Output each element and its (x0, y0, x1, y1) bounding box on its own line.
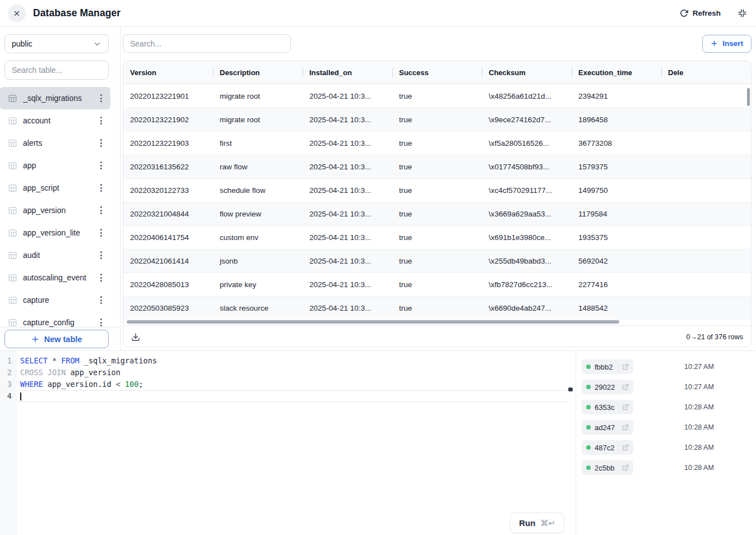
table-cell: true (392, 210, 482, 218)
table-name-label: audit (23, 251, 40, 260)
history-item-2c5bb[interactable]: 2c5bb (582, 460, 633, 475)
table-row[interactable]: 20220321004844flow preview2025-04-21 10:… (123, 202, 751, 225)
table-row[interactable]: 20220406141754custom env2025-04-21 10:3.… (123, 225, 751, 249)
kebab-menu-icon[interactable] (99, 114, 103, 127)
code-line-1[interactable]: 1SELECT * FROM _sqlx_migrations (0, 355, 576, 367)
table-cell: true (392, 163, 482, 171)
table-row[interactable]: 20220503085923slack resource2025-04-21 1… (123, 296, 751, 320)
column-header-version[interactable]: Version (123, 61, 213, 84)
external-link-icon[interactable] (622, 464, 629, 471)
sidebar-item-capture[interactable]: capture (0, 289, 110, 311)
table-search-input[interactable] (12, 66, 101, 75)
table-row[interactable]: 20220428085013private key2025-04-21 10:3… (123, 273, 751, 296)
history-item-id: 2c5bb (595, 464, 614, 472)
insert-button[interactable]: Insert (702, 35, 752, 53)
column-header-dele[interactable]: Dele (661, 61, 751, 84)
column-header-success[interactable]: Success (392, 61, 482, 84)
table-cell: 1935375 (572, 233, 661, 242)
table-cell: 2025-04-21 10:3... (303, 116, 392, 124)
external-link-icon[interactable] (622, 404, 629, 411)
sidebar-item-app_script[interactable]: app_script (0, 177, 110, 199)
history-row: 2902210:27 AM (582, 377, 756, 397)
column-header-description[interactable]: Description (213, 61, 303, 84)
table-name-label: _sqlx_migrations (23, 94, 82, 103)
sidebar-item-alerts[interactable]: alerts (0, 132, 110, 154)
kebab-menu-icon[interactable] (99, 204, 103, 216)
table-cell: true (392, 280, 482, 289)
sidebar-item-autoscaling_event[interactable]: autoscaling_event (0, 266, 110, 289)
history-item-6353c[interactable]: 6353c (582, 400, 633, 414)
sidebar-item-audit[interactable]: audit (0, 244, 110, 266)
run-label: Run (519, 518, 535, 528)
external-link-icon[interactable] (622, 444, 629, 451)
table-row[interactable]: 20220123221901migrate root2025-04-21 10:… (123, 84, 751, 108)
table-cell: 20220123221903 (123, 139, 213, 147)
kebab-menu-icon[interactable] (99, 271, 103, 284)
run-shortcut: ⌘↵ (540, 519, 555, 528)
kebab-menu-icon[interactable] (99, 137, 103, 149)
grid-horizontal-scrollbar[interactable] (123, 320, 751, 325)
column-header-execution_time[interactable]: Execution_time (572, 61, 661, 84)
kebab-menu-icon[interactable] (99, 92, 103, 104)
table-row[interactable]: 20220123221903first2025-04-21 10:3...tru… (123, 131, 751, 155)
table-name-label: app_version (23, 206, 66, 215)
table-cell: 20220321004844 (123, 210, 213, 218)
refresh-button[interactable]: Refresh (680, 9, 721, 17)
table-cell: 2394291 (572, 92, 661, 100)
sidebar-item-account[interactable]: account (0, 109, 110, 132)
kebab-menu-icon[interactable] (99, 159, 103, 172)
new-table-button[interactable]: New table (4, 330, 109, 348)
sidebar-item-_sqlx_migrations[interactable]: _sqlx_migrations (0, 87, 110, 109)
close-button[interactable] (8, 4, 26, 22)
code-line-3[interactable]: 3WHERE app_version.id < 100; (0, 379, 576, 390)
code-line-4[interactable]: 4 (0, 390, 576, 402)
kebab-menu-icon[interactable] (99, 249, 103, 261)
history-item-487c2[interactable]: 487c2 (582, 440, 633, 455)
external-link-icon[interactable] (622, 384, 629, 390)
table-row[interactable]: 20220316135622raw flow2025-04-21 10:3...… (123, 155, 751, 178)
table-icon (8, 116, 17, 126)
download-button[interactable] (131, 333, 140, 342)
kebab-menu-icon[interactable] (99, 182, 103, 194)
line-number: 3 (0, 379, 17, 390)
run-button[interactable]: Run ⌘↵ (510, 513, 564, 533)
new-table-label: New table (44, 335, 82, 344)
grid-search-input[interactable] (123, 34, 291, 53)
kebab-menu-icon[interactable] (99, 316, 103, 327)
table-row[interactable]: 20220320122733schedule flow2025-04-21 10… (123, 178, 751, 202)
table-name-label: app_script (23, 183, 59, 192)
editor-lines: 1SELECT * FROM _sqlx_migrations2CROSS JO… (0, 355, 576, 402)
sidebar-item-capture_config[interactable]: capture_config (0, 311, 110, 327)
external-link-icon[interactable] (622, 424, 629, 431)
column-header-checksum[interactable]: Checksum (482, 61, 572, 84)
history-timestamp: 10:27 AM (684, 363, 714, 371)
table-row[interactable]: 20220421061414jsonb2025-04-21 10:3...tru… (123, 249, 751, 273)
kebab-menu-icon[interactable] (99, 294, 103, 306)
external-link-icon[interactable] (622, 363, 629, 370)
grid-body: 20220123221901migrate root2025-04-21 10:… (123, 84, 751, 320)
schema-select[interactable]: public (4, 34, 109, 53)
grid-vertical-scrollbar[interactable] (747, 88, 750, 106)
sidebar-item-app_version[interactable]: app_version (0, 199, 110, 222)
history-item-29022[interactable]: 29022 (582, 380, 633, 394)
column-header-installed_on[interactable]: Installed_on (303, 61, 392, 84)
history-item-fbbb2[interactable]: fbbb2 (582, 359, 633, 374)
table-cell: slack resource (213, 304, 303, 312)
code-line-2[interactable]: 2CROSS JOIN app_version (0, 367, 576, 379)
collapse-button[interactable] (738, 8, 747, 18)
editor-scrollbar-thumb[interactable] (568, 388, 573, 391)
table-row[interactable]: 20220123221902migrate root2025-04-21 10:… (123, 108, 751, 131)
sidebar-item-app_version_lite[interactable]: app_version_lite (0, 222, 110, 244)
history-item-ad247[interactable]: ad247 (582, 420, 633, 435)
history-timestamp: 10:28 AM (684, 423, 714, 431)
history-item-id: ad247 (595, 423, 615, 432)
table-list: _sqlx_migrationsaccountalertsappapp_scri… (0, 87, 120, 327)
table-cell: 20220503085923 (123, 304, 213, 312)
table-icon (8, 206, 17, 215)
sidebar-item-app[interactable]: app (0, 154, 110, 177)
table-cell: private key (213, 280, 303, 289)
sql-editor[interactable]: 1SELECT * FROM _sqlx_migrations2CROSS JO… (0, 351, 576, 535)
collapse-icon (738, 8, 747, 18)
hscroll-thumb[interactable] (127, 320, 619, 324)
kebab-menu-icon[interactable] (99, 227, 103, 239)
